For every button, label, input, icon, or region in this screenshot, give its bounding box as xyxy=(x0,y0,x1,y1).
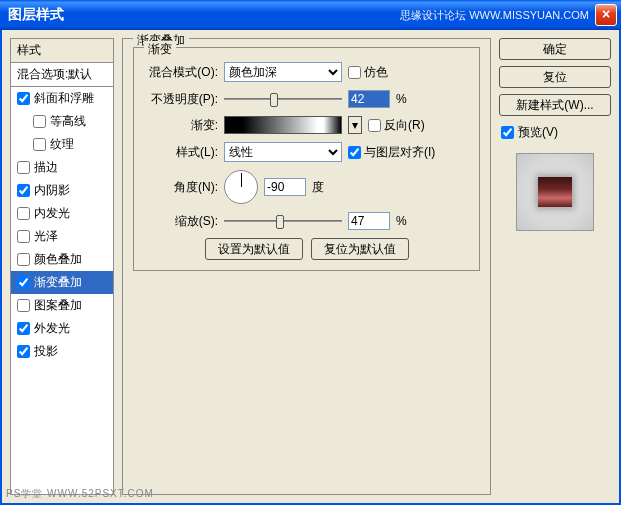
ok-button[interactable]: 确定 xyxy=(499,38,611,60)
scale-suffix: % xyxy=(396,214,407,228)
style-checkbox[interactable] xyxy=(33,115,46,128)
opacity-label: 不透明度(P): xyxy=(144,91,218,108)
gradient-group: 渐变 混合模式(O): 颜色加深 仿色 不透明度(P): % 渐变: ▾ 反向(… xyxy=(133,47,480,271)
style-checkbox[interactable] xyxy=(17,299,30,312)
style-item-9[interactable]: 图案叠加 xyxy=(11,294,113,317)
style-select[interactable]: 线性 xyxy=(224,142,342,162)
style-checkbox[interactable] xyxy=(17,184,30,197)
scale-label: 缩放(S): xyxy=(144,213,218,230)
blend-options-row[interactable]: 混合选项:默认 xyxy=(11,63,113,87)
angle-suffix: 度 xyxy=(312,179,324,196)
style-checkbox[interactable] xyxy=(33,138,46,151)
align-checkbox[interactable]: 与图层对齐(I) xyxy=(348,144,435,161)
settings-panel: 渐变叠加 渐变 混合模式(O): 颜色加深 仿色 不透明度(P): % 渐变: … xyxy=(122,38,491,495)
window-title: 图层样式 xyxy=(8,6,400,24)
blend-mode-select[interactable]: 颜色加深 xyxy=(224,62,342,82)
style-item-8[interactable]: 渐变叠加 xyxy=(11,271,113,294)
style-label: 投影 xyxy=(34,343,58,360)
gradient-dropdown-arrow[interactable]: ▾ xyxy=(348,116,362,134)
style-checkbox[interactable] xyxy=(17,322,30,335)
style-label: 渐变叠加 xyxy=(34,274,82,291)
style-label: 样式(L): xyxy=(144,144,218,161)
angle-input[interactable] xyxy=(264,178,306,196)
style-item-5[interactable]: 内发光 xyxy=(11,202,113,225)
preview-thumbnail xyxy=(516,153,594,231)
footer-watermark: PS学堂 WWW.52PSXT.COM xyxy=(6,487,154,501)
styles-list: 样式 混合选项:默认 斜面和浮雕等高线纹理描边内阴影内发光光泽颜色叠加渐变叠加图… xyxy=(10,38,114,495)
style-item-7[interactable]: 颜色叠加 xyxy=(11,248,113,271)
style-item-2[interactable]: 纹理 xyxy=(11,133,113,156)
set-default-button[interactable]: 设置为默认值 xyxy=(205,238,303,260)
style-label: 描边 xyxy=(34,159,58,176)
right-buttons: 确定 复位 新建样式(W)... 预览(V) xyxy=(499,38,611,495)
opacity-suffix: % xyxy=(396,92,407,106)
styles-header[interactable]: 样式 xyxy=(11,39,113,63)
watermark-text: 思缘设计论坛 WWW.MISSYUAN.COM xyxy=(400,8,589,23)
style-checkbox[interactable] xyxy=(17,230,30,243)
close-button[interactable]: × xyxy=(595,4,617,26)
style-item-11[interactable]: 投影 xyxy=(11,340,113,363)
style-label: 图案叠加 xyxy=(34,297,82,314)
new-style-button[interactable]: 新建样式(W)... xyxy=(499,94,611,116)
dialog-content: 样式 混合选项:默认 斜面和浮雕等高线纹理描边内阴影内发光光泽颜色叠加渐变叠加图… xyxy=(0,30,621,505)
group-title: 渐变 xyxy=(144,41,176,58)
style-checkbox[interactable] xyxy=(17,345,30,358)
scale-slider[interactable] xyxy=(224,213,342,229)
style-item-10[interactable]: 外发光 xyxy=(11,317,113,340)
reset-default-button[interactable]: 复位为默认值 xyxy=(311,238,409,260)
style-label: 内阴影 xyxy=(34,182,70,199)
dither-checkbox[interactable]: 仿色 xyxy=(348,64,388,81)
style-checkbox[interactable] xyxy=(17,253,30,266)
style-item-4[interactable]: 内阴影 xyxy=(11,179,113,202)
style-label: 外发光 xyxy=(34,320,70,337)
style-checkbox[interactable] xyxy=(17,161,30,174)
style-label: 纹理 xyxy=(50,136,74,153)
style-label: 斜面和浮雕 xyxy=(34,90,94,107)
title-bar: 图层样式 思缘设计论坛 WWW.MISSYUAN.COM × xyxy=(0,0,621,30)
scale-input[interactable] xyxy=(348,212,390,230)
opacity-slider[interactable] xyxy=(224,91,342,107)
opacity-input[interactable] xyxy=(348,90,390,108)
style-label: 光泽 xyxy=(34,228,58,245)
cancel-button[interactable]: 复位 xyxy=(499,66,611,88)
style-item-3[interactable]: 描边 xyxy=(11,156,113,179)
style-item-1[interactable]: 等高线 xyxy=(11,110,113,133)
style-checkbox[interactable] xyxy=(17,92,30,105)
style-checkbox[interactable] xyxy=(17,276,30,289)
blend-mode-label: 混合模式(O): xyxy=(144,64,218,81)
gradient-picker[interactable] xyxy=(224,116,342,134)
style-label: 颜色叠加 xyxy=(34,251,82,268)
style-label: 内发光 xyxy=(34,205,70,222)
angle-dial[interactable] xyxy=(224,170,258,204)
style-checkbox[interactable] xyxy=(17,207,30,220)
style-item-6[interactable]: 光泽 xyxy=(11,225,113,248)
angle-label: 角度(N): xyxy=(144,179,218,196)
style-item-0[interactable]: 斜面和浮雕 xyxy=(11,87,113,110)
preview-checkbox[interactable]: 预览(V) xyxy=(499,122,611,143)
reverse-checkbox[interactable]: 反向(R) xyxy=(368,117,425,134)
gradient-label: 渐变: xyxy=(144,117,218,134)
style-label: 等高线 xyxy=(50,113,86,130)
